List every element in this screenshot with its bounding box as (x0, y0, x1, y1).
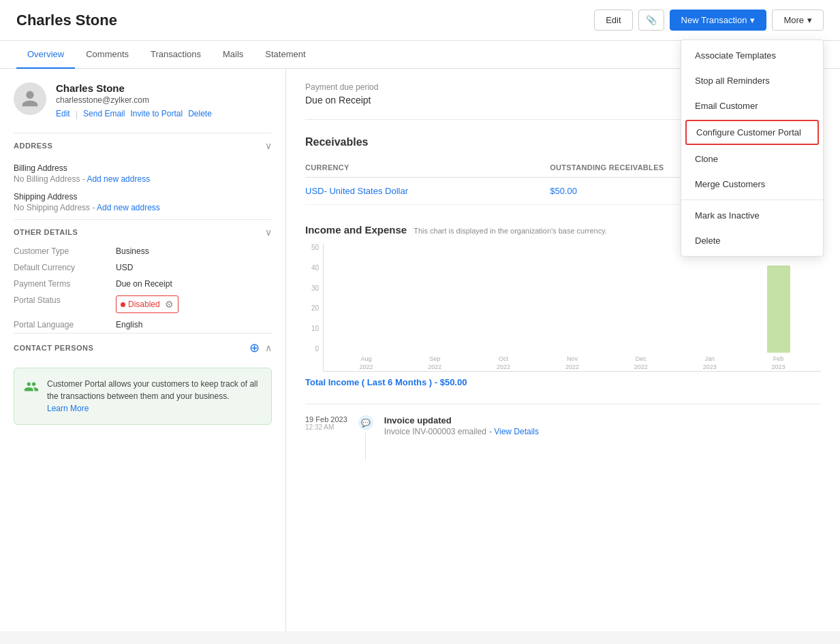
gear-icon[interactable]: ⚙ (165, 299, 174, 310)
dropdown-item-clone[interactable]: Clone (681, 146, 823, 172)
detail-row-payment-terms: Payment Terms Due on Receipt (14, 276, 272, 292)
address-section-header[interactable]: ADDRESS ∨ (14, 133, 272, 157)
contact-chevron-icon: ∧ (265, 342, 272, 353)
invite-portal-link[interactable]: Invite to Portal (130, 109, 183, 119)
dropdown-item-merge-customers[interactable]: Merge Customers (681, 172, 823, 197)
view-details-link[interactable]: - View Details (489, 427, 539, 436)
header-actions: Edit 📎 New Transaction ▾ More ▾ Associat… (594, 10, 824, 31)
y-label-10: 10 (305, 325, 319, 332)
y-label-50: 50 (305, 244, 319, 251)
customer-details: Charles Stone charlesstone@zylker.com Ed… (56, 82, 212, 119)
customer-type-label: Customer Type (14, 246, 116, 256)
more-button[interactable]: More ▾ (772, 10, 824, 31)
new-transaction-label: New Transaction (681, 15, 747, 25)
chat-icon: 💬 (361, 419, 371, 428)
portal-info-text: Customer Portal allows your customers to… (47, 378, 262, 415)
dropdown-item-stop-reminders[interactable]: Stop all Reminders (681, 68, 823, 93)
timeline-event-title: Invoice updated (384, 415, 821, 425)
portal-disabled-text: Disabled (128, 300, 160, 309)
customer-type-value: Business (116, 246, 149, 256)
detail-row-customer-type: Customer Type Business (14, 243, 272, 259)
contact-persons-actions: ⊕ ∧ (249, 340, 272, 355)
tab-overview[interactable]: Overview (16, 41, 75, 69)
timeline-date-time: 12:32 AM (305, 423, 347, 431)
dropdown-item-delete[interactable]: Delete (681, 228, 823, 253)
chart-area: Aug2022 Sep2022 Oct2022 Nov2022 Dec2022 … (323, 244, 821, 372)
shipping-address-label: Shipping Address (14, 192, 272, 202)
send-email-link[interactable]: Send Email (83, 109, 125, 119)
other-details-chevron-icon: ∨ (265, 227, 272, 238)
dropdown-divider (681, 199, 823, 200)
portal-status-badge: Disabled ⚙ (116, 295, 178, 313)
tab-comments[interactable]: Comments (75, 41, 140, 69)
portal-language-value: English (116, 320, 142, 329)
tab-transactions[interactable]: Transactions (140, 41, 212, 69)
learn-more-link[interactable]: Learn More (47, 404, 89, 413)
dropdown-item-configure-portal[interactable]: Configure Customer Portal (685, 120, 819, 145)
other-details-section-header[interactable]: OTHER DETAILS ∨ (14, 219, 272, 243)
timeline-date: 19 Feb 2023 12:32 AM (305, 415, 347, 460)
tab-statement[interactable]: Statement (254, 41, 316, 69)
page-title: Charles Stone (16, 12, 117, 29)
tab-mails[interactable]: Mails (212, 41, 254, 69)
x-label-sep: Sep2022 (428, 355, 441, 371)
x-label-oct: Oct2022 (497, 355, 510, 371)
x-label-aug: Aug2022 (359, 355, 373, 371)
portal-language-label: Portal Language (14, 320, 116, 329)
dropdown-item-email-customer[interactable]: Email Customer (681, 93, 823, 118)
customer-name: Charles Stone (56, 82, 212, 94)
timeline-connector: 💬 (358, 415, 373, 460)
customer-info: Charles Stone charlesstone@zylker.com Ed… (14, 82, 272, 119)
billing-address-value: No Billing Address - Add new address (14, 174, 272, 184)
dropdown-arrow-icon: ▾ (750, 15, 755, 25)
page-header: Charles Stone Edit 📎 New Transaction ▾ M… (0, 0, 840, 41)
receivables-currency[interactable]: USD- United States Dollar (305, 178, 550, 205)
x-label-feb: Feb2023 (771, 355, 785, 371)
detail-row-portal-status: Portal Status Disabled ⚙ (14, 292, 272, 317)
dropdown-item-mark-inactive[interactable]: Mark as Inactive (681, 203, 823, 228)
billing-section: Billing Address No Billing Address - Add… (14, 157, 272, 219)
chart-x-labels: Aug2022 Sep2022 Oct2022 Nov2022 Dec2022 … (324, 353, 821, 371)
portal-status-label: Portal Status (14, 295, 116, 313)
col-currency: CURRENCY (305, 158, 550, 178)
edit-link[interactable]: Edit (56, 109, 70, 119)
address-chevron-icon: ∨ (265, 140, 272, 151)
shipping-add-link[interactable]: Add new address (97, 203, 160, 212)
y-label-30: 30 (305, 285, 319, 292)
customer-links: Edit | Send Email Invite to Portal Delet… (56, 109, 212, 119)
timeline-section: 19 Feb 2023 12:32 AM 💬 Invoice updated I… (305, 404, 821, 460)
chart-body: 50 40 30 20 10 0 (305, 244, 821, 372)
dropdown-item-associate-templates[interactable]: Associate Templates (681, 43, 823, 68)
more-arrow-icon: ▾ (807, 15, 812, 25)
detail-row-portal-language: Portal Language English (14, 317, 272, 333)
customer-email: charlesstone@zylker.com (56, 95, 212, 105)
left-panel: Charles Stone charlesstone@zylker.com Ed… (0, 69, 286, 631)
y-label-20: 20 (305, 304, 319, 312)
y-label-40: 40 (305, 264, 319, 272)
add-contact-icon[interactable]: ⊕ (249, 340, 260, 355)
portal-status-value: Disabled ⚙ (116, 295, 178, 313)
timeline-event-desc: Invoice INV-000003 emailed - View Detail… (384, 427, 821, 436)
delete-link[interactable]: Delete (188, 109, 212, 119)
person-icon (20, 89, 40, 108)
more-label: More (783, 15, 804, 25)
other-details-fields: Customer Type Business Default Currency … (14, 243, 272, 333)
new-transaction-button[interactable]: New Transaction ▾ (670, 10, 767, 31)
billing-address-label: Billing Address (14, 163, 272, 173)
payment-terms-value: Due on Receipt (116, 279, 172, 289)
chart-bars (324, 244, 821, 353)
attach-button[interactable]: 📎 (638, 10, 664, 31)
timeline-item: 19 Feb 2023 12:32 AM 💬 Invoice updated I… (305, 415, 821, 460)
default-currency-label: Default Currency (14, 263, 116, 272)
chart-title: Income and Expense (305, 224, 407, 236)
portal-info-box: Customer Portal allows your customers to… (14, 368, 272, 425)
chart-subtitle: This chart is displayed in the organizat… (414, 227, 607, 235)
attach-icon: 📎 (646, 15, 657, 25)
timeline-date-main: 19 Feb 2023 (305, 415, 347, 423)
y-label-0: 0 (305, 345, 319, 353)
timeline-icon: 💬 (358, 415, 373, 430)
billing-add-link[interactable]: Add new address (87, 174, 150, 184)
edit-button[interactable]: Edit (594, 10, 632, 31)
timeline-content: Invoice updated Invoice INV-000003 email… (384, 415, 821, 460)
avatar (14, 82, 46, 115)
